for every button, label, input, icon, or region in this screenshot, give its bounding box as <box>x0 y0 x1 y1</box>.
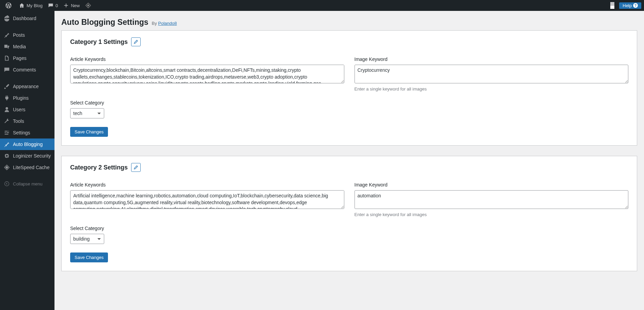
sidebar-item-label: LiteSpeed Cache <box>13 165 49 170</box>
brush-icon <box>3 83 10 89</box>
dashboard-icon <box>3 15 10 21</box>
article-keywords-input-2[interactable] <box>70 190 344 209</box>
litespeed-bar-icon[interactable] <box>82 0 94 11</box>
sidebar-item-appearance[interactable]: Appearance <box>0 81 54 92</box>
comment-icon <box>3 67 10 73</box>
image-keyword-input-2[interactable] <box>355 190 629 209</box>
new-label: New <box>71 3 80 8</box>
sidebar-item-label: Appearance <box>13 84 39 89</box>
sidebar-separator <box>0 175 54 177</box>
admin-bar: My Blog 0 New Help ? <box>0 0 644 11</box>
pencil-icon <box>133 39 138 44</box>
sidebar-item-media[interactable]: Media <box>0 41 54 52</box>
sidebar-item-label: Settings <box>13 130 30 135</box>
category-1-card: Category 1 Settings Article Keywords Ima… <box>61 30 637 146</box>
edit-category-2-button[interactable] <box>131 163 141 172</box>
home-icon <box>19 3 25 8</box>
page-title: Auto Blogging Settings <box>61 18 148 27</box>
device-icon[interactable] <box>608 0 619 11</box>
comments-link[interactable]: 0 <box>45 0 61 11</box>
sidebar-item-dashboard[interactable]: Dashboard <box>0 13 54 24</box>
article-keywords-label-2: Article Keywords <box>70 182 344 187</box>
select-category-2[interactable]: building <box>70 234 104 244</box>
wp-logo[interactable] <box>3 0 16 11</box>
sidebar-item-auto-blogging[interactable]: Auto Blogging <box>0 138 54 150</box>
category-2-heading: Category 2 Settings <box>70 164 128 171</box>
byline: By Polando8 <box>152 21 177 26</box>
sidebar-item-label: Dashboard <box>13 16 36 21</box>
plus-icon <box>63 3 69 8</box>
admin-menu: Dashboard Posts Media Pages Comments App… <box>0 11 54 288</box>
wrench-icon <box>3 118 10 124</box>
collapse-icon <box>3 181 10 186</box>
help-label: Help <box>623 3 632 8</box>
site-name-label: My Blog <box>27 3 43 8</box>
edit-category-1-button[interactable] <box>131 37 141 46</box>
help-question-icon: ? <box>633 3 638 8</box>
media-icon <box>3 44 10 50</box>
page-title-row: Auto Blogging Settings By Polando8 <box>61 18 637 30</box>
image-keyword-label-2: Image Keyword <box>355 182 629 187</box>
select-category-label-2: Select Category <box>70 226 628 231</box>
sidebar-item-comments[interactable]: Comments <box>0 64 54 76</box>
site-link[interactable]: My Blog <box>16 0 45 11</box>
plug-icon <box>3 95 10 101</box>
sidebar-item-tools[interactable]: Tools <box>0 115 54 127</box>
article-keywords-input-1[interactable] <box>70 65 344 83</box>
sidebar-item-loginizer[interactable]: Loginizer Security <box>0 150 54 162</box>
sidebar-item-users[interactable]: Users <box>0 104 54 115</box>
sidebar-item-label: Pages <box>13 55 27 61</box>
sliders-icon <box>3 130 10 136</box>
author-link[interactable]: Polando8 <box>158 21 177 26</box>
save-button-2[interactable]: Save Changes <box>70 252 108 262</box>
select-category-label-1: Select Category <box>70 100 628 105</box>
comment-icon <box>48 3 53 8</box>
image-keyword-help-2: Enter a single keyword for all images <box>355 212 629 217</box>
pencil-icon <box>133 165 138 170</box>
image-keyword-input-1[interactable] <box>355 65 629 83</box>
article-keywords-label-1: Article Keywords <box>70 56 344 62</box>
image-keyword-help-1: Enter a single keyword for all images <box>355 86 629 92</box>
sidebar-separator <box>0 26 54 28</box>
sidebar-item-label: Auto Blogging <box>13 142 43 147</box>
collapse-menu[interactable]: Collapse menu <box>0 178 54 189</box>
sidebar-item-pages[interactable]: Pages <box>0 52 54 64</box>
sidebar-item-label: Media <box>13 44 26 49</box>
sidebar-item-label: Plugins <box>13 95 29 101</box>
pin-icon <box>3 32 10 38</box>
save-button-1[interactable]: Save Changes <box>70 127 108 137</box>
new-link[interactable]: New <box>61 0 82 11</box>
sidebar-separator <box>0 77 54 79</box>
mobile-icon <box>610 2 614 9</box>
sidebar-item-plugins[interactable]: Plugins <box>0 92 54 104</box>
collapse-label: Collapse menu <box>13 181 43 186</box>
sidebar-item-label: Comments <box>13 67 36 72</box>
wordpress-icon <box>5 2 12 9</box>
pages-icon <box>3 55 10 61</box>
image-keyword-label-1: Image Keyword <box>355 56 629 62</box>
select-category-1[interactable]: tech <box>70 108 104 118</box>
sidebar-item-label: Tools <box>13 118 24 124</box>
user-icon <box>3 107 10 113</box>
sidebar-item-posts[interactable]: Posts <box>0 29 54 41</box>
sidebar-item-settings[interactable]: Settings <box>0 127 54 138</box>
sidebar-item-label: Loginizer Security <box>13 153 51 159</box>
sidebar-item-label: Posts <box>13 32 25 38</box>
pin-icon <box>3 141 10 147</box>
category-2-card: Category 2 Settings Article Keywords Ima… <box>61 156 637 271</box>
comments-count: 0 <box>56 3 58 8</box>
category-1-heading: Category 1 Settings <box>70 38 128 46</box>
page-body: Auto Blogging Settings By Polando8 Categ… <box>54 11 644 288</box>
sidebar-item-label: Users <box>13 107 26 112</box>
gear-icon <box>3 153 10 159</box>
diamond-icon <box>3 164 10 170</box>
help-tab[interactable]: Help ? <box>619 2 641 9</box>
sidebar-item-litespeed[interactable]: LiteSpeed Cache <box>0 162 54 173</box>
